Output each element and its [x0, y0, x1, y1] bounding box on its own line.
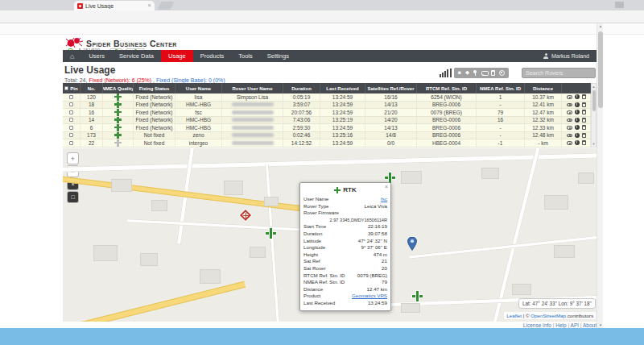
view-on-map-eye-icon[interactable] — [567, 95, 572, 99]
nav-home-icon[interactable]: ⌂ — [63, 50, 81, 62]
table-scrollbar[interactable]: ▲ ▼ — [591, 83, 597, 148]
column-header-rtcm-ref-stn-id[interactable]: RTCM Ref. Stn. ID — [417, 83, 477, 94]
column-header-last-received[interactable]: Last Received — [320, 83, 365, 94]
view-on-map-eye-icon[interactable] — [567, 134, 572, 138]
rover-marker-fixed-icon[interactable] — [266, 228, 276, 239]
footer-link-license-info[interactable]: License Info — [523, 322, 551, 328]
rover-marker-fixed-icon[interactable] — [412, 291, 423, 301]
column-header-nmea-quality[interactable]: NMEA Quality — [103, 83, 134, 94]
info-icon[interactable]: i — [575, 94, 580, 99]
stop-square-icon[interactable]: ■ — [458, 70, 461, 76]
nav-item-tools[interactable]: Tools — [231, 50, 260, 62]
row-checkbox[interactable] — [69, 126, 73, 130]
page-scrollbar[interactable]: ▲ ▼ — [597, 23, 603, 328]
center-diamond-icon[interactable]: ◆ — [465, 70, 469, 76]
trash-icon[interactable] — [582, 102, 586, 107]
popup-row-link[interactable]: Geomatics VRS — [352, 293, 387, 300]
scroll-down-icon[interactable]: ▼ — [597, 323, 604, 327]
map-building — [578, 172, 594, 184]
trash-icon[interactable] — [582, 94, 586, 99]
column-header-rover-user-name[interactable]: Rover User Name — [222, 83, 283, 94]
nav-item-products[interactable]: Products — [193, 50, 232, 62]
message-bubble-icon[interactable] — [481, 71, 487, 76]
view-on-map-eye-icon[interactable] — [567, 118, 572, 123]
trash-icon[interactable] — [582, 133, 586, 138]
row-checkbox[interactable] — [69, 141, 73, 145]
table-scroll-thumb[interactable] — [592, 90, 596, 111]
column-header-pin[interactable]: Pin — [63, 83, 80, 94]
settings-gear-icon[interactable] — [499, 70, 505, 76]
view-on-map-eye-icon[interactable] — [567, 110, 572, 114]
map-building — [140, 253, 158, 266]
info-icon[interactable]: i — [575, 110, 580, 114]
column-header-fixing-status[interactable]: Fixing Status — [134, 83, 175, 94]
rover-row[interactable]: 14Fixed (Network)HMC-HBG7:43:0613:25:191… — [63, 117, 591, 125]
trash-icon[interactable] — [582, 110, 586, 114]
view-on-map-eye-icon[interactable] — [567, 126, 572, 130]
new-tab-button[interactable] — [158, 2, 175, 10]
column-header-duration[interactable]: Duration — [283, 83, 320, 94]
row-checkbox[interactable] — [69, 118, 73, 122]
scroll-up-icon[interactable]: ▲ — [597, 24, 604, 28]
column-header-nmea-ref-stn-id[interactable]: NMEA Ref. Stn. ID — [477, 83, 525, 94]
trash-icon[interactable] — [582, 118, 586, 123]
search-input[interactable] — [522, 68, 596, 78]
view-on-map-eye-icon[interactable] — [567, 103, 572, 107]
reference-station-pin-icon[interactable] — [407, 237, 417, 251]
nav-item-service-data[interactable]: Service Data — [112, 50, 161, 62]
column-header-satellites-ref-rover[interactable]: Satellites Ref./Rover — [365, 83, 417, 94]
view-on-map-eye-icon[interactable] — [567, 141, 572, 145]
browser-tab[interactable]: Live Usage × — [74, 1, 155, 10]
rover-row[interactable]: 22Not fixedintergeo14:12:5213:24:590/0HB… — [63, 139, 591, 148]
osm-link[interactable]: OpenStreetMap — [530, 313, 566, 318]
nav-item-settings[interactable]: Settings — [260, 50, 296, 62]
rover-marker-notfixed-icon[interactable] — [240, 210, 252, 222]
footer-link-help[interactable]: Help — [555, 322, 566, 328]
delete-trash-icon[interactable] — [491, 70, 495, 76]
scroll-thumb[interactable] — [598, 31, 603, 108]
rover-row[interactable]: 6Fixed (Network)HMC-HBG2:59:3013:24:5914… — [63, 124, 591, 132]
rover-row[interactable]: 173Not fixedzeno0:02:4613:25:1614/8BREG-… — [63, 132, 591, 140]
column-header-distance[interactable]: Distance — [525, 83, 562, 94]
popup-close-icon[interactable]: × — [385, 184, 388, 189]
window-controls[interactable] — [615, 2, 624, 8]
nav-item-users[interactable]: Users — [81, 50, 112, 62]
table-scroll-up-icon[interactable]: ▲ — [592, 85, 596, 89]
cell-satellites: 14/8 — [365, 132, 417, 139]
user-icon — [543, 53, 549, 59]
leaflet-link[interactable]: Leaflet — [506, 313, 522, 318]
table-scroll-down-icon[interactable]: ▼ — [592, 141, 596, 147]
locate-pin-icon[interactable] — [473, 70, 477, 77]
row-checkbox[interactable] — [69, 110, 73, 114]
column-header-user-name[interactable]: User Name — [175, 83, 222, 94]
cell-nmea-quality — [103, 102, 134, 109]
tab-close-icon[interactable]: × — [147, 2, 151, 9]
row-checkbox[interactable] — [69, 102, 73, 106]
select-all-checkbox[interactable] — [64, 86, 68, 90]
info-icon[interactable]: i — [575, 140, 580, 145]
info-icon[interactable]: i — [575, 102, 580, 107]
rover-row[interactable]: 18Fixed (Network)HMC-HBG3:59:0713:24:591… — [63, 102, 591, 110]
trash-icon[interactable] — [582, 125, 586, 130]
rover-row[interactable]: 16Fixed (Network)fsc20:07:5613:24:5921/2… — [63, 109, 591, 117]
trash-icon[interactable] — [582, 140, 586, 145]
footer-link-about[interactable]: About — [583, 322, 597, 328]
signal-bars-icon[interactable] — [440, 69, 452, 77]
info-icon[interactable]: i — [575, 125, 580, 130]
row-checkbox[interactable] — [69, 133, 73, 137]
column-header-no-[interactable]: No. — [80, 83, 103, 94]
nav-item-usage[interactable]: Usage — [161, 50, 193, 62]
zoom-in-button[interactable]: + — [68, 153, 78, 164]
row-checkbox[interactable] — [69, 95, 73, 99]
blurred-name — [232, 126, 274, 130]
rover-row[interactable]: 120Fixed (Network)lisaSimpson Lisa0:05:1… — [63, 94, 591, 102]
info-icon[interactable]: i — [575, 133, 580, 138]
popup-row-label: Sat Rover — [303, 265, 326, 272]
map-canvas[interactable]: + − × □ × RTK User NamefscRover TypeLeic… — [63, 148, 597, 322]
info-icon[interactable]: i — [575, 118, 580, 123]
footer-link-api[interactable]: API — [571, 322, 579, 328]
account-menu[interactable]: Markus Roland — [543, 50, 597, 62]
popup-row-link[interactable]: fsc — [381, 196, 387, 203]
cell-actions: i — [562, 132, 591, 139]
extent-button[interactable]: □ — [68, 192, 78, 202]
